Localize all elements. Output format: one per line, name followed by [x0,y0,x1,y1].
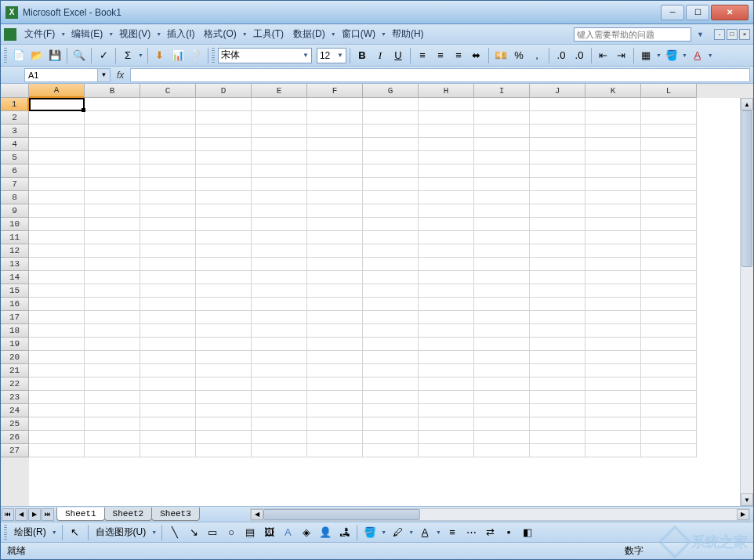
cell-c11[interactable] [140,231,196,244]
cell-j22[interactable] [530,378,585,391]
cell-f24[interactable] [307,404,363,417]
line-icon[interactable]: ╲ [166,524,183,541]
help-dropdown-icon[interactable]: ▼ [694,31,706,38]
insert-picture-icon[interactable]: 🖼 [260,524,277,541]
sheet-tab-sheet2[interactable]: Sheet2 [104,508,153,521]
cell-i3[interactable] [474,125,530,138]
row-header-17[interactable]: 17 [1,311,29,324]
cell-a13[interactable] [29,258,85,271]
cell-i27[interactable] [474,444,530,457]
cell-l11[interactable] [641,231,697,244]
cell-a26[interactable] [29,431,85,444]
cell-k14[interactable] [585,271,641,284]
menu-view[interactable]: 视图(V) [114,25,155,43]
cell-i5[interactable] [474,151,530,164]
cell-f7[interactable] [307,178,363,191]
cell-g13[interactable] [363,258,419,271]
row-header-4[interactable]: 4 [1,138,29,151]
row-header-16[interactable]: 16 [1,298,29,311]
mdi-close-button[interactable]: × [739,29,750,40]
cell-a24[interactable] [29,404,85,417]
borders-icon[interactable]: ▦ [637,47,654,64]
toolbar-grip-2[interactable] [212,48,215,63]
cell-k24[interactable] [585,404,641,417]
select-all-corner[interactable] [1,84,29,98]
cell-h20[interactable] [419,351,474,364]
column-header-b[interactable]: B [85,84,140,98]
font-color-draw-icon[interactable]: A [416,524,433,541]
cell-i21[interactable] [474,364,530,378]
3d-icon[interactable]: ◧ [519,524,536,541]
cell-a10[interactable] [29,218,85,231]
cell-g27[interactable] [363,444,419,457]
cell-c9[interactable] [140,204,196,218]
cell-i10[interactable] [474,218,530,231]
cell-d20[interactable] [196,351,252,364]
cell-a22[interactable] [29,378,85,391]
cell-d10[interactable] [196,218,252,231]
cell-j1[interactable] [530,98,585,111]
cell-k4[interactable] [585,138,641,151]
cell-f15[interactable] [307,284,363,298]
cell-h15[interactable] [419,284,474,298]
row-header-9[interactable]: 9 [1,204,29,218]
cell-f12[interactable] [307,244,363,258]
cell-l13[interactable] [641,258,697,271]
cell-e2[interactable] [252,111,307,125]
cell-l5[interactable] [641,151,697,164]
cell-c19[interactable] [140,338,196,351]
chevron-down-icon[interactable]: ▼ [337,52,343,59]
cell-c12[interactable] [140,244,196,258]
cell-d25[interactable] [196,417,252,431]
cell-g15[interactable] [363,284,419,298]
cell-h8[interactable] [419,191,474,204]
cell-e4[interactable] [252,138,307,151]
currency-icon[interactable]: 💴 [492,47,509,64]
cell-g8[interactable] [363,191,419,204]
font-name-select[interactable]: 宋体 ▼ [218,48,312,63]
cell-j9[interactable] [530,204,585,218]
cell-k12[interactable] [585,244,641,258]
cell-j7[interactable] [530,178,585,191]
rectangle-icon[interactable]: ▭ [204,524,221,541]
cell-k18[interactable] [585,324,641,338]
cell-h7[interactable] [419,178,474,191]
cell-h9[interactable] [419,204,474,218]
cell-j10[interactable] [530,218,585,231]
cell-h27[interactable] [419,444,474,457]
menu-help[interactable]: 帮助(H) [387,25,429,43]
cell-d17[interactable] [196,311,252,324]
row-header-1[interactable]: 1 [1,98,29,111]
cell-j3[interactable] [530,125,585,138]
cell-j2[interactable] [530,111,585,125]
cell-b11[interactable] [85,231,140,244]
cell-l17[interactable] [641,311,697,324]
cell-d7[interactable] [196,178,252,191]
cell-e21[interactable] [252,364,307,378]
cell-f19[interactable] [307,338,363,351]
cell-h4[interactable] [419,138,474,151]
column-header-l[interactable]: L [641,84,697,98]
cell-h1[interactable] [419,98,474,111]
cell-e7[interactable] [252,178,307,191]
cell-f11[interactable] [307,231,363,244]
cell-h21[interactable] [419,364,474,378]
cell-i22[interactable] [474,378,530,391]
cell-e1[interactable] [252,98,307,111]
cell-j20[interactable] [530,351,585,364]
cell-a3[interactable] [29,125,85,138]
cell-a16[interactable] [29,298,85,311]
vscroll-thumb[interactable] [741,110,752,267]
cell-l18[interactable] [641,324,697,338]
cell-b18[interactable] [85,324,140,338]
cell-d11[interactable] [196,231,252,244]
help-icon[interactable]: ❔ [187,47,205,64]
cell-j17[interactable] [530,311,585,324]
autosum-icon[interactable]: Σ [119,47,136,64]
cell-a23[interactable] [29,391,85,404]
name-box-dropdown[interactable]: ▼ [98,68,111,82]
cell-j16[interactable] [530,298,585,311]
cell-j18[interactable] [530,324,585,338]
cell-k15[interactable] [585,284,641,298]
cell-j27[interactable] [530,444,585,457]
